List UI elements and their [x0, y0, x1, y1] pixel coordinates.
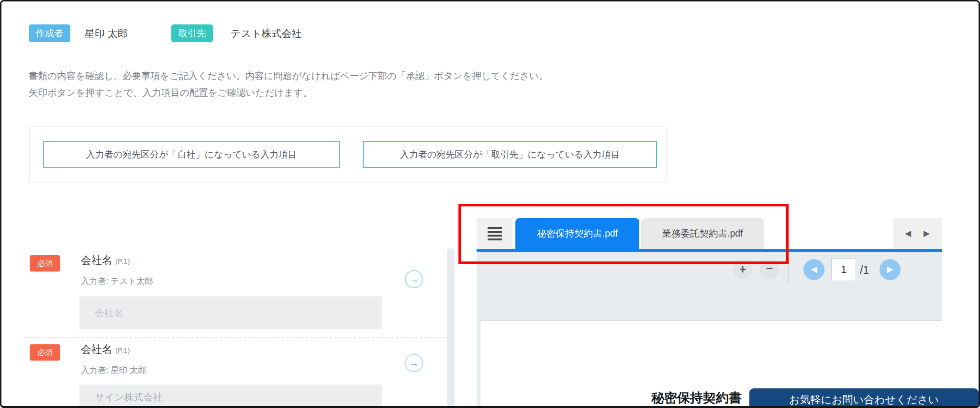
field-label-text: 会社名	[81, 343, 112, 355]
field-label: 会社名(P.1)	[81, 253, 130, 268]
hamburger-menu-icon	[488, 238, 502, 240]
tab-scroll-controls: ◀ ▶	[893, 218, 942, 249]
company-name-input-filled[interactable]	[79, 385, 382, 408]
instructions-line-2: 矢印ボタンを押すことで、入力項目の配置をご確認いただけます。	[29, 84, 548, 101]
creator-name: 星印 太郎	[85, 27, 128, 40]
locate-field-arrow-button[interactable]: →	[405, 270, 423, 288]
field-separator	[24, 337, 446, 338]
tab-scroll-left-icon[interactable]: ◀	[905, 228, 911, 238]
page-total-label: /1	[860, 264, 869, 277]
field-label-text: 会社名	[81, 254, 112, 266]
legend-own-company: 入力者の宛先区分が「自社」になっている入力項目	[43, 141, 340, 168]
toolbar-divider	[788, 256, 789, 283]
creator-role-badge: 作成者	[29, 24, 70, 42]
tab-scroll-right-icon[interactable]: ▶	[924, 228, 930, 238]
zoom-in-button[interactable]: +	[733, 260, 752, 279]
instructions-line-1: 書類の内容を確認し、必要事項をご記入ください。内容に問題がなければページ下部の「…	[29, 68, 548, 84]
contact-banner[interactable]: お気軽にお問い合わせください	[749, 388, 979, 408]
hamburger-menu-icon	[488, 235, 502, 237]
field-entered-by: 入力者: テスト太郎	[81, 275, 153, 287]
tab-nda-pdf[interactable]: 秘密保持契約書.pdf	[515, 218, 639, 249]
locate-field-arrow-button[interactable]: →	[405, 354, 423, 372]
required-badge: 必須	[30, 344, 60, 361]
field-entered-by: 入力者: 星印 太郎	[81, 364, 146, 376]
hamburger-menu-icon	[488, 231, 502, 233]
tab-outsourcing-pdf[interactable]: 業務委託契約書.pdf	[641, 218, 764, 249]
field-page-ref: (P.1)	[115, 346, 130, 354]
page-frame: 作成者 星印 太郎 取引先 テスト株式会社 書類の内容を確認し、必要事項をご記入…	[0, 0, 980, 408]
company-name-input[interactable]	[79, 296, 382, 329]
pdf-document-title: 秘密保持契約書	[651, 389, 742, 407]
next-page-button[interactable]: ▶	[880, 259, 901, 280]
required-badge: 必須	[30, 255, 60, 272]
hamburger-menu-icon	[488, 227, 502, 229]
field-label: 会社名(P.1)	[81, 342, 130, 357]
page-number-input[interactable]	[831, 258, 856, 281]
instructions-text: 書類の内容を確認し、必要事項をご記入ください。内容に問題がなければページ下部の「…	[29, 68, 548, 101]
partner-name: テスト株式会社	[231, 27, 301, 40]
legend-panel: 入力者の宛先区分が「自社」になっている入力項目 入力者の宛先区分が「取引先」にな…	[29, 126, 667, 183]
zoom-out-button[interactable]: −	[760, 260, 779, 279]
partner-role-badge: 取引先	[171, 24, 213, 42]
legend-partner: 入力者の宛先区分が「取引先」になっている入力項目	[363, 141, 657, 168]
prev-page-button[interactable]: ◀	[803, 259, 824, 280]
field-page-ref: (P.1)	[115, 257, 130, 265]
field-list-scrollbar[interactable]	[447, 248, 455, 408]
pdf-menu-button[interactable]	[477, 218, 512, 249]
